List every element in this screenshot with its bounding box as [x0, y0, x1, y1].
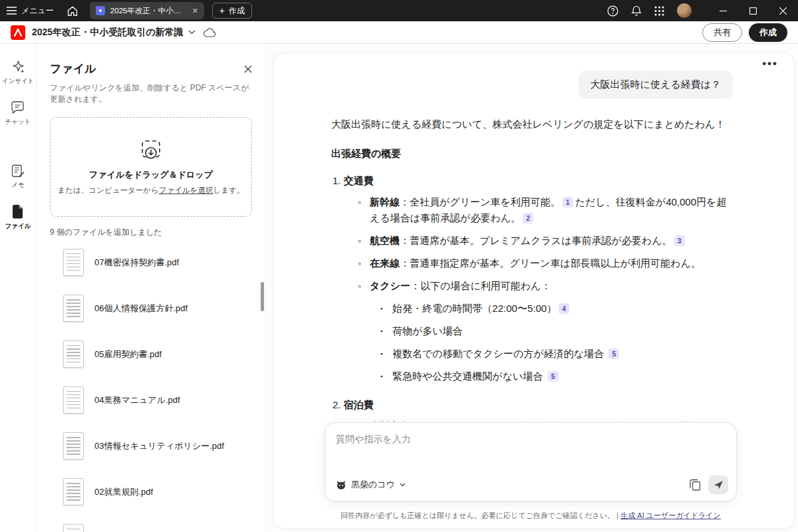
more-options-button[interactable]: •••	[762, 57, 778, 70]
file-list-item-partial[interactable]	[50, 515, 252, 532]
pdf-thumbnail	[63, 386, 84, 414]
answer-bullet: ◦航空機：普通席が基本。プレミアムクラスは事前承認が必要わん。3	[331, 233, 733, 249]
home-button[interactable]	[67, 6, 78, 16]
document-toolbar: 2025年改正・中小受託取引の新常識 共有 作成	[0, 21, 798, 44]
sidebar-item-memo[interactable]: メモ	[11, 164, 25, 190]
citation-badge[interactable]: 5	[608, 348, 619, 359]
panel-close-button[interactable]	[244, 65, 252, 73]
share-button[interactable]: 共有	[702, 23, 742, 42]
bullet-marker: ◦	[358, 194, 370, 226]
send-button[interactable]	[708, 475, 728, 494]
left-rail: インサイト チャット メモ ファイル	[0, 44, 37, 532]
citation-badge[interactable]: 2	[523, 213, 533, 223]
rail-label-chat: チャット	[5, 118, 31, 126]
bell-icon	[631, 5, 642, 17]
files-panel: ファイル ファイルやリンクを追加、削除すると PDF スペースが更新されます。 …	[37, 44, 266, 532]
create-button[interactable]: 作成	[749, 23, 787, 42]
file-list-item[interactable]: 04業務マニュアル.pdf	[50, 377, 252, 423]
files-icon	[11, 205, 24, 219]
file-list-item[interactable]: 05雇用契約書.pdf	[50, 331, 252, 377]
menu-button[interactable]: メニュー	[7, 5, 54, 17]
citation-badge[interactable]: 3	[674, 235, 685, 246]
title-chevron-down-icon[interactable]	[188, 30, 196, 35]
citation-badge[interactable]: 6	[680, 421, 690, 422]
answer-bullet: ▪複数名での移動でタクシーの方が経済的な場合 5	[331, 346, 733, 362]
chat-scroll-area[interactable]: 大阪出張時に使える経費は？ 大阪出張時に使える経費について、株式会社レベリングの…	[331, 53, 733, 422]
answer-heading: 出張経費の概要	[331, 148, 733, 160]
user-message-bubble: 大阪出張時に使える経費は？	[579, 70, 733, 99]
citation-badge[interactable]: 5	[548, 371, 559, 382]
close-window-button[interactable]	[768, 0, 798, 21]
files-panel-title: ファイル	[50, 61, 96, 76]
bullet-marker: ◦	[358, 418, 370, 422]
answer-bullet: ◦大阪市内：1泊あたり25,000円が上限（税・サービス料込み）わん。6	[331, 418, 733, 422]
send-icon	[714, 480, 724, 489]
file-select-link[interactable]: ファイルを選択	[159, 186, 213, 194]
dropzone-sub-suffix: します。	[213, 186, 245, 194]
pdf-thumbnail	[63, 340, 84, 368]
bullet-text: 荷物が多い場合	[392, 323, 463, 339]
model-name: 黒柴のコウ	[351, 479, 395, 491]
bullet-text: 在来線：普通車指定席が基本。グリーン車は部長職以上が利用可能わん。	[370, 255, 701, 271]
close-icon	[244, 65, 252, 73]
file-dropzone[interactable]: ファイルをドラッグ＆ドロップ または、コンピューターからファイルを選択します。	[50, 117, 252, 217]
close-window-icon	[779, 7, 787, 15]
toolbar-right: 共有 作成	[702, 23, 787, 42]
file-name: 04業務マニュアル.pdf	[94, 394, 180, 406]
document-tab[interactable]: 2025年改正・中小受... ✕	[90, 2, 204, 19]
file-list-item[interactable]: 02就業規則.pdf	[50, 469, 252, 515]
file-name: 02就業規則.pdf	[94, 486, 153, 498]
chat-card: ••• 大阪出張時に使える経費は？ 大阪出張時に使える経費について、株式会社レベ…	[273, 53, 795, 529]
answer-sections: 1. 交通費◦新幹線：全社員がグリーン車を利用可能。1ただし、往復料金が40,0…	[331, 175, 733, 422]
bullet-marker: ◦	[358, 233, 370, 249]
new-tab-button[interactable]: + 作成	[212, 3, 252, 19]
chat-main: ••• 大阪出張時に使える経費は？ 大阪出張時に使える経費について、株式会社レベ…	[266, 44, 798, 532]
answer-bullet: ▪緊急時や公共交通機関がない場合 5	[331, 368, 733, 384]
new-tab-label: 作成	[229, 5, 245, 17]
file-list-item[interactable]: 06個人情報保護方針.pdf	[50, 285, 252, 331]
file-list-item[interactable]: 03情報セキュリティポリシー.pdf	[50, 423, 252, 469]
plus-icon: +	[219, 6, 225, 15]
model-selector[interactable]: 黒柴のコウ	[336, 479, 406, 491]
minimize-button[interactable]	[708, 0, 738, 21]
maximize-button[interactable]	[738, 0, 768, 21]
app-body: インサイト チャット メモ ファイル ファイル ファイルやリンクを追加、削除する…	[0, 44, 798, 532]
dropzone-title: ファイルをドラッグ＆ドロップ	[89, 169, 213, 181]
answer-bullet: ▪荷物が多い場合	[331, 323, 733, 339]
sidebar-item-insight[interactable]: インサイト	[2, 60, 35, 86]
pdf-thumbnail	[63, 478, 84, 505]
file-list: 07機密保持契約書.pdf 06個人情報保護方針.pdf 05雇用契約書.pdf…	[50, 239, 252, 532]
rail-label-memo: メモ	[11, 181, 24, 190]
citation-badge[interactable]: 4	[559, 303, 569, 314]
bullet-text: 始発・終電の時間帯（22:00〜5:00）4	[392, 301, 571, 317]
rail-label-files: ファイル	[5, 222, 31, 231]
citation-badge[interactable]: 1	[563, 197, 573, 207]
sidebar-item-files[interactable]: ファイル	[5, 205, 31, 231]
tab-icon	[96, 6, 105, 15]
cloud-save-icon[interactable]	[203, 28, 216, 37]
bullet-text: 複数名での移動でタクシーの方が経済的な場合 5	[392, 346, 621, 362]
panel-scrollbar[interactable]	[261, 282, 264, 311]
tab-close-icon[interactable]: ✕	[192, 7, 198, 15]
app-launcher-button[interactable]	[654, 6, 664, 16]
acrobat-logo-icon	[11, 25, 25, 40]
bullet-text: タクシー：以下の場合に利用可能わん：	[370, 278, 551, 294]
bullet-marker: ▪	[380, 323, 392, 339]
ai-guideline-link[interactable]: 生成 AI ユーザーガイドライン	[620, 511, 721, 519]
chat-input[interactable]	[336, 434, 726, 463]
help-icon	[607, 5, 618, 17]
home-icon	[67, 6, 78, 16]
copy-icon[interactable]	[690, 479, 701, 491]
file-name: 03情報セキュリティポリシー.pdf	[94, 440, 224, 452]
sidebar-item-chat[interactable]: チャット	[5, 101, 31, 126]
disclaimer-text: 回答内容が必ずしも正確とは限りません。必要に応じてご自身でご確認ください。	[340, 511, 614, 519]
notifications-button[interactable]	[631, 5, 642, 17]
user-avatar[interactable]	[677, 3, 692, 18]
tab-title: 2025年改正・中小受...	[110, 6, 187, 16]
help-button[interactable]	[607, 5, 618, 17]
pdf-thumbnail	[63, 524, 84, 532]
hamburger-icon	[7, 7, 17, 15]
file-name: 05雇用契約書.pdf	[94, 348, 162, 360]
bullet-text: 緊急時や公共交通機関がない場合 5	[392, 368, 561, 384]
file-list-item[interactable]: 07機密保持契約書.pdf	[50, 239, 252, 285]
